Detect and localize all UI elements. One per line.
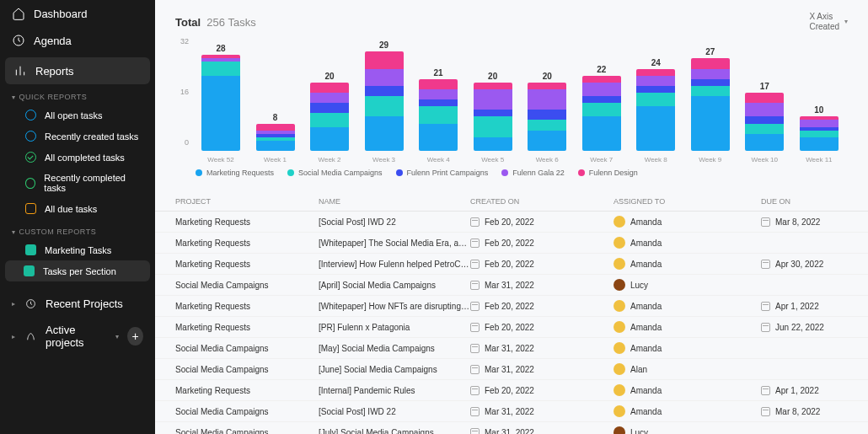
table-row[interactable]: Marketing Requests[Whitepaper] How NFTs … <box>155 296 868 317</box>
bar-stack <box>201 55 240 151</box>
legend-item[interactable]: Fulenn Gala 22 <box>501 169 565 177</box>
qr-recent-completed[interactable]: Recently completed tasks <box>0 168 155 198</box>
bar-segment <box>474 83 512 89</box>
cr-marketing-tasks[interactable]: Marketing Tasks <box>0 239 155 260</box>
cell-name: [Whitepaper] The Social Media Era, an op… <box>319 238 470 248</box>
bar-stack <box>474 83 512 151</box>
chevron-down-icon: ▾ <box>12 228 16 236</box>
chevron-down-icon: ▾ <box>844 18 848 26</box>
cell-project: Marketing Requests <box>175 238 319 248</box>
calendar-icon <box>470 281 480 290</box>
cell-project: Social Media Campaigns <box>175 428 319 435</box>
avatar <box>613 426 625 434</box>
calendar-icon <box>470 428 480 435</box>
table-row[interactable]: Social Media Campaigns[April] Social Med… <box>155 275 868 296</box>
bar-x-label: Week 11 <box>806 156 832 163</box>
bar-segment <box>691 58 730 68</box>
bar-column[interactable]: 22Week 7 <box>578 65 625 163</box>
bar-segment <box>691 96 730 151</box>
bar-column[interactable]: 28Week 52 <box>197 44 244 163</box>
table-row[interactable]: Marketing Requests[Internal] Pandemic Ru… <box>155 380 868 401</box>
cell-due: Mar 8, 2022 <box>761 407 848 416</box>
nav-reports[interactable]: Reports <box>5 57 150 84</box>
table-row[interactable]: Social Media Campaigns[Social Post] IWD … <box>155 401 868 422</box>
table-row[interactable]: Marketing Requests[Interview] How Fulenn… <box>155 254 868 275</box>
qr-recent-created[interactable]: Recently created tasks <box>0 126 155 147</box>
bar-column[interactable]: 20Week 5 <box>469 72 517 163</box>
bar-segment <box>636 86 675 93</box>
bar-segment <box>474 137 512 151</box>
bar-stack <box>745 93 784 151</box>
avatar <box>613 300 625 312</box>
cell-created: Mar 31, 2022 <box>470 428 613 435</box>
bar-segment <box>636 76 675 86</box>
cell-project: Social Media Campaigns <box>175 281 319 290</box>
legend-item[interactable]: Social Media Campaigns <box>287 169 383 177</box>
calendar-icon <box>470 323 480 332</box>
bar-stack <box>582 76 621 151</box>
bar-column[interactable]: 8Week 1 <box>252 113 299 164</box>
nav-agenda[interactable]: Agenda <box>0 27 155 54</box>
bar-segment <box>745 134 784 151</box>
bar-x-label: Week 1 <box>264 156 287 163</box>
nav-dashboard[interactable]: Dashboard <box>0 0 155 27</box>
bar-column[interactable]: 27Week 9 <box>687 47 734 163</box>
bar-value: 29 <box>379 40 388 50</box>
add-project-button[interactable]: + <box>127 327 143 346</box>
bar-segment <box>745 103 784 116</box>
cell-project: Marketing Requests <box>175 302 319 311</box>
bar-column[interactable]: 21Week 4 <box>415 68 462 163</box>
bar-column[interactable]: 29Week 3 <box>361 40 408 163</box>
custom-reports-header[interactable]: ▾CUSTOM REPORTS <box>0 219 155 239</box>
table-row[interactable]: Marketing Requests[PR] Fulenn x Patagoni… <box>155 317 868 338</box>
legend-item[interactable]: Marketing Requests <box>196 169 274 177</box>
col-created[interactable]: CREATED ON <box>470 197 613 206</box>
bar-column[interactable]: 17Week 10 <box>741 82 788 163</box>
bar-column[interactable]: 24Week 8 <box>632 58 679 164</box>
bar-column[interactable]: 20Week 2 <box>306 72 353 163</box>
home-icon <box>12 7 25 20</box>
legend-item[interactable]: Fulenn Design <box>578 169 638 177</box>
qr-all-open[interactable]: All open tasks <box>0 104 155 126</box>
bar-segment <box>582 116 621 151</box>
bar-segment <box>582 76 621 83</box>
qr-all-completed[interactable]: All completed tasks <box>0 147 155 168</box>
table-row[interactable]: Social Media Campaigns[July] Social Medi… <box>155 422 868 434</box>
nav-recent-projects[interactable]: ▸ Recent Projects <box>0 290 155 317</box>
calendar-icon <box>470 217 480 227</box>
circle-open-icon <box>25 131 36 142</box>
bar-column[interactable]: 10Week 11 <box>796 105 843 163</box>
table-row[interactable]: Social Media Campaigns[May] Social Media… <box>155 338 868 359</box>
bar-segment <box>691 79 730 86</box>
cell-created: Mar 31, 2022 <box>470 344 613 353</box>
table-row[interactable]: Social Media Campaigns[June] Social Medi… <box>155 359 868 380</box>
bar-segment <box>528 89 566 110</box>
col-name[interactable]: NAME <box>319 197 470 206</box>
cell-created: Feb 20, 2022 <box>470 302 613 311</box>
chart-area: Total 256 Tasks X AxisCreated ▾ 32160 28… <box>155 0 868 184</box>
bar-segment <box>528 131 566 151</box>
legend-item[interactable]: Fulenn Print Campaigns <box>396 169 489 177</box>
table-row[interactable]: Marketing Requests[Whitepaper] The Socia… <box>155 233 868 254</box>
col-project[interactable]: PROJECT <box>175 197 319 206</box>
col-assigned[interactable]: ASSIGNED TO <box>613 197 761 206</box>
qr-all-due[interactable]: All due tasks <box>0 198 155 219</box>
active-projects-label: Active projects <box>46 324 105 349</box>
calendar-icon <box>761 323 770 332</box>
bar-segment <box>528 110 566 120</box>
bar-segment <box>365 116 404 151</box>
nav-active-projects[interactable]: ▸ Active projects ▾ + <box>0 317 155 356</box>
col-due[interactable]: DUE ON <box>761 197 848 206</box>
bar-column[interactable]: 20Week 6 <box>523 72 571 163</box>
sidebar: Dashboard Agenda Reports ▾QUICK REPORTS … <box>0 0 155 434</box>
cr-tasks-per-section[interactable]: Tasks per Section <box>5 260 150 281</box>
bar-stack <box>636 69 675 152</box>
quick-reports-header[interactable]: ▾QUICK REPORTS <box>0 84 155 104</box>
table-row[interactable]: Marketing Requests[Social Post] IWD 22Fe… <box>155 212 868 233</box>
bar-segment <box>365 86 404 96</box>
cell-name: [Whitepaper] How NFTs are disrupting the… <box>319 302 470 311</box>
x-axis-selector[interactable]: X AxisCreated ▾ <box>809 12 848 32</box>
avatar <box>613 342 625 354</box>
bar-stack <box>691 58 730 151</box>
bar-segment <box>582 103 621 116</box>
